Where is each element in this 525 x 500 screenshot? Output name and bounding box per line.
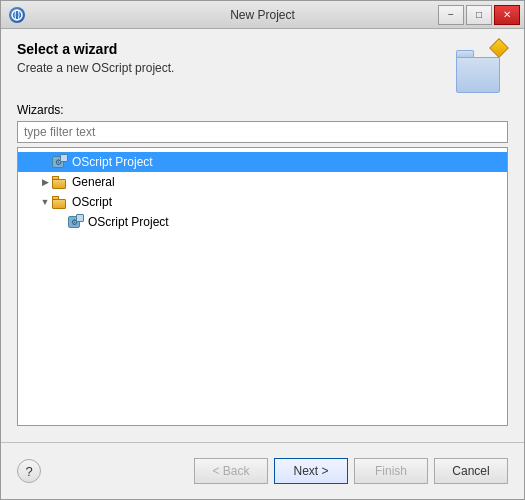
tree-item-oscript-project-1[interactable]: ⚙ OScript Project [18, 152, 507, 172]
window-title: New Project [230, 8, 295, 22]
folder-icon-general [52, 174, 68, 190]
close-button[interactable]: ✕ [494, 5, 520, 25]
finish-button[interactable]: Finish [354, 458, 428, 484]
footer-left: ? [17, 459, 41, 483]
folder-icon-oscript [52, 194, 68, 210]
help-button[interactable]: ? [17, 459, 41, 483]
footer-buttons: < Back Next > Finish Cancel [194, 458, 508, 484]
header-section: Select a wizard Create a new OScript pro… [17, 41, 508, 93]
svg-point-1 [15, 10, 19, 20]
folder-body-icon [456, 57, 500, 93]
eclipse-icon [9, 7, 25, 23]
oscript-icon-1: ⚙ [52, 154, 68, 170]
title-bar-left [9, 7, 25, 23]
arrow-general: ▶ [38, 177, 52, 187]
content-area: Select a wizard Create a new OScript pro… [1, 29, 524, 434]
filter-input[interactable] [17, 121, 508, 143]
section-title: Select a wizard [17, 41, 174, 57]
title-bar: New Project − □ ✕ [1, 1, 524, 29]
restore-button[interactable]: □ [466, 5, 492, 25]
new-project-dialog: New Project − □ ✕ Select a wizard Create… [0, 0, 525, 500]
tree-label-oscript-project-1: OScript Project [72, 155, 153, 169]
tree-label-oscript: OScript [72, 195, 112, 209]
dialog-footer: ? < Back Next > Finish Cancel [1, 443, 524, 499]
oscript-icon-2: ⚙ [68, 214, 84, 230]
next-button[interactable]: Next > [274, 458, 348, 484]
section-subtitle: Create a new OScript project. [17, 61, 174, 75]
tree-item-general[interactable]: ▶ General [18, 172, 507, 192]
wizard-icon [456, 41, 508, 93]
back-button[interactable]: < Back [194, 458, 268, 484]
tree-label-oscript-project-2: OScript Project [88, 215, 169, 229]
tree-label-general: General [72, 175, 115, 189]
minimize-button[interactable]: − [438, 5, 464, 25]
cancel-button[interactable]: Cancel [434, 458, 508, 484]
header-text: Select a wizard Create a new OScript pro… [17, 41, 174, 75]
tree-item-oscript-folder[interactable]: ▼ OScript [18, 192, 507, 212]
svg-point-0 [12, 10, 22, 20]
diamond-icon [489, 38, 509, 58]
tree-item-oscript-project-2[interactable]: ⚙ OScript Project [18, 212, 507, 232]
arrow-oscript: ▼ [38, 197, 52, 207]
wizard-tree[interactable]: ⚙ OScript Project ▶ General [17, 147, 508, 426]
window-controls: − □ ✕ [438, 5, 520, 25]
wizards-label: Wizards: [17, 103, 508, 117]
